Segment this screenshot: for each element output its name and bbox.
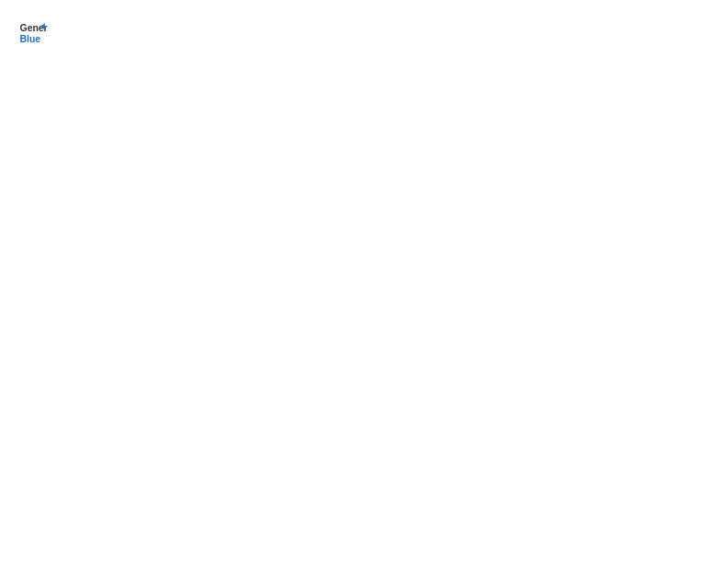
svg-text:Blue: Blue xyxy=(20,34,41,44)
logo-icon: General Blue xyxy=(18,18,48,48)
logo: General Blue xyxy=(18,18,51,48)
page-header: General Blue xyxy=(18,18,710,48)
